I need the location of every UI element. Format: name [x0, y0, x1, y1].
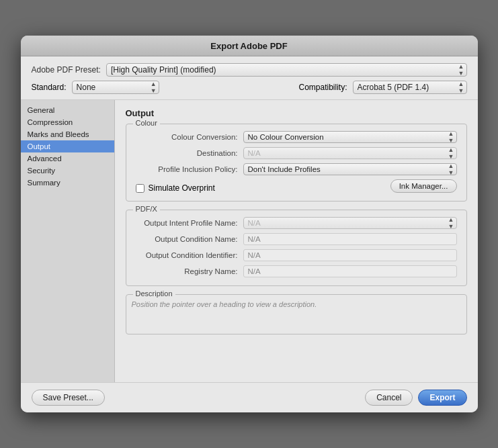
output-intent-field: N/A ▲ ▼ — [243, 217, 457, 229]
compatibility-group: Compatibility: Acrobat 5 (PDF 1.4) ▲ ▼ — [298, 81, 466, 94]
bottom-bar: Save Preset... Cancel Export — [21, 382, 478, 412]
colour-conversion-row: Colour Conversion: No Colour Conversion … — [136, 131, 457, 143]
profile-inclusion-select[interactable]: Don't Include Profiles Include Destinati… — [243, 163, 457, 175]
standard-select[interactable]: None — [72, 81, 159, 94]
simulate-overprint-label: Simulate Overprint — [149, 183, 215, 193]
colour-group: Colour Colour Conversion: No Colour Conv… — [126, 124, 467, 201]
profile-inclusion-field: Don't Include Profiles Include Destinati… — [243, 163, 457, 175]
registry-name-field — [243, 265, 457, 277]
destination-select-wrap: N/A ▲ ▼ — [243, 147, 457, 159]
colour-conversion-select-wrap: No Colour Conversion Convert to Destinat… — [243, 131, 457, 143]
description-group: Description Position the pointer over a … — [126, 294, 467, 334]
preset-select[interactable]: [High Quality Print] (modified) — [106, 63, 467, 77]
output-condition-name-input[interactable] — [243, 233, 457, 245]
profile-inclusion-select-wrap: Don't Include Profiles Include Destinati… — [243, 163, 457, 175]
output-intent-row: Output Intent Profile Name: N/A ▲ ▼ — [136, 217, 457, 229]
registry-name-label: Registry Name: — [136, 267, 243, 275]
main-panel: Output Colour Colour Conversion: No Colo… — [115, 100, 478, 382]
sidebar-item-output[interactable]: Output — [21, 140, 114, 152]
pdfx-group: PDF/X Output Intent Profile Name: N/A ▲ … — [126, 210, 467, 286]
top-controls: Adobe PDF Preset: [High Quality Print] (… — [21, 56, 478, 100]
title-bar: Export Adobe PDF — [21, 36, 478, 56]
output-condition-identifier-row: Output Condition Identifier: — [136, 249, 457, 261]
sidebar-item-advanced[interactable]: Advanced — [21, 152, 114, 165]
output-condition-identifier-input[interactable] — [243, 249, 457, 261]
description-group-title: Description — [133, 289, 175, 298]
simulate-overprint-checkbox[interactable] — [136, 184, 144, 193]
sidebar: General Compression Marks and Bleeds Out… — [21, 100, 115, 382]
save-preset-button[interactable]: Save Preset... — [32, 390, 105, 406]
sidebar-item-security[interactable]: Security — [21, 165, 114, 177]
preset-label: Adobe PDF Preset: — [32, 65, 101, 75]
section-title: Output — [126, 108, 467, 118]
description-text: Position the pointer over a heading to v… — [132, 300, 461, 308]
registry-name-input[interactable] — [243, 265, 457, 277]
output-condition-name-label: Output Condition Name: — [136, 235, 243, 243]
ink-manager-button[interactable]: Ink Manager... — [390, 179, 457, 193]
cancel-button[interactable]: Cancel — [365, 390, 413, 406]
sidebar-item-marks-and-bleeds[interactable]: Marks and Bleeds — [21, 128, 114, 140]
output-intent-select[interactable]: N/A — [243, 217, 457, 229]
sidebar-item-compression[interactable]: Compression — [21, 116, 114, 128]
colour-conversion-label: Colour Conversion: — [136, 133, 243, 141]
preset-select-wrap: [High Quality Print] (modified) ▲ ▼ — [106, 63, 467, 77]
dialog-title: Export Adobe PDF — [210, 41, 287, 51]
profile-inclusion-row: Profile Inclusion Policy: Don't Include … — [136, 163, 457, 175]
compatibility-label: Compatibility: — [298, 83, 347, 92]
standard-label: Standard: — [32, 83, 67, 92]
destination-label: Destination: — [136, 149, 243, 157]
simulate-overprint-row: Simulate Overprint — [136, 183, 215, 193]
standard-group: Standard: None ▲ ▼ — [32, 81, 159, 94]
content-area: General Compression Marks and Bleeds Out… — [21, 100, 478, 382]
export-pdf-dialog: Export Adobe PDF Adobe PDF Preset: [High… — [21, 36, 478, 412]
output-condition-identifier-label: Output Condition Identifier: — [136, 251, 243, 259]
profile-inclusion-label: Profile Inclusion Policy: — [136, 165, 243, 173]
simulate-ink-row: Simulate Overprint Ink Manager... — [136, 179, 457, 193]
output-intent-label: Output Intent Profile Name: — [136, 219, 243, 227]
output-condition-name-row: Output Condition Name: — [136, 233, 457, 245]
output-condition-name-field — [243, 233, 457, 245]
compatibility-select-wrap: Acrobat 5 (PDF 1.4) ▲ ▼ — [353, 81, 467, 94]
destination-field: N/A ▲ ▼ — [243, 147, 457, 159]
standard-select-wrap: None ▲ ▼ — [72, 81, 159, 94]
sidebar-item-summary[interactable]: Summary — [21, 177, 114, 189]
destination-select[interactable]: N/A — [243, 147, 457, 159]
sidebar-item-general[interactable]: General — [21, 104, 114, 116]
output-condition-identifier-field — [243, 249, 457, 261]
preset-row: Adobe PDF Preset: [High Quality Print] (… — [32, 63, 467, 77]
export-button[interactable]: Export — [418, 390, 466, 406]
compatibility-select[interactable]: Acrobat 5 (PDF 1.4) — [353, 81, 467, 94]
destination-row: Destination: N/A ▲ ▼ — [136, 147, 457, 159]
colour-conversion-field: No Colour Conversion Convert to Destinat… — [243, 131, 457, 143]
colour-conversion-select[interactable]: No Colour Conversion Convert to Destinat… — [243, 131, 457, 143]
registry-name-row: Registry Name: — [136, 265, 457, 277]
pdfx-group-title: PDF/X — [133, 205, 160, 213]
standard-compat-row: Standard: None ▲ ▼ Compatibility: Acroba… — [32, 81, 467, 94]
colour-group-title: Colour — [133, 119, 160, 127]
output-intent-select-wrap: N/A ▲ ▼ — [243, 217, 457, 229]
right-buttons: Cancel Export — [365, 390, 466, 406]
